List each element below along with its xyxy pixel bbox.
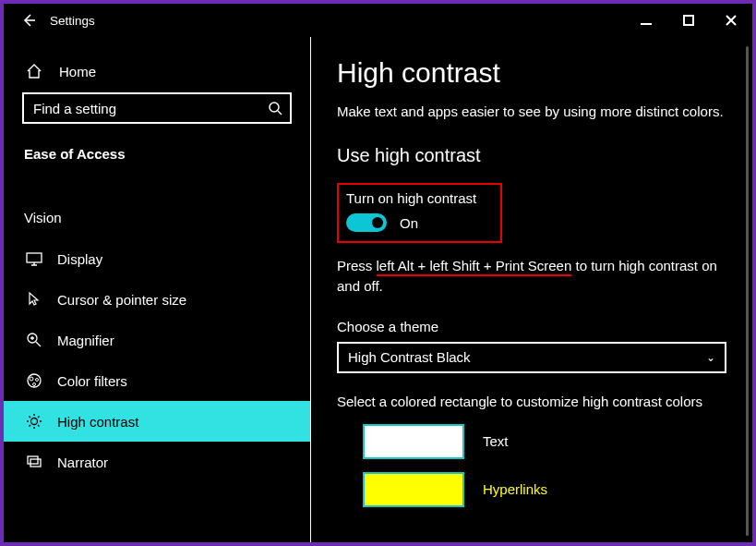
svg-point-8	[33, 383, 36, 386]
sun-icon	[24, 413, 44, 430]
color-filters-icon	[24, 372, 44, 389]
sidebar: Home Ease of Access Vision Display	[4, 37, 311, 542]
narrator-icon	[24, 454, 44, 470]
search-field[interactable]	[33, 101, 268, 116]
content: High contrast Make text and apps easier …	[311, 37, 752, 542]
svg-rect-1	[684, 16, 693, 25]
body: Home Ease of Access Vision Display	[4, 37, 752, 542]
swatch-row-hyperlinks: Hyperlinks	[337, 472, 726, 507]
monitor-icon	[24, 250, 44, 267]
sidebar-item-label: Color filters	[57, 373, 127, 389]
sidebar-item-narrator[interactable]: Narrator	[4, 442, 310, 482]
toggle-knob	[372, 217, 383, 228]
theme-value: High Contrast Black	[348, 349, 471, 365]
search-input[interactable]	[22, 92, 292, 124]
home-button[interactable]: Home	[4, 55, 310, 92]
svg-point-2	[270, 103, 279, 112]
home-icon	[26, 63, 46, 79]
section-heading: Use high contrast	[337, 145, 726, 166]
toggle-highlight: Turn on high contrast On	[337, 183, 502, 243]
customize-label: Select a colored rectangle to customize …	[337, 394, 726, 409]
page-title: High contrast	[337, 57, 726, 89]
svg-point-9	[31, 419, 38, 425]
theme-label: Choose a theme	[337, 319, 726, 334]
toggle-row: On	[346, 213, 476, 232]
sidebar-item-label: Display	[57, 251, 102, 267]
hint-pre: Press	[337, 258, 377, 273]
minimize-button[interactable]	[625, 5, 667, 36]
sidebar-item-label: Magnifier	[57, 333, 114, 348]
sidebar-item-label: Narrator	[57, 455, 108, 470]
svg-rect-11	[30, 459, 41, 467]
titlebar: Settings	[4, 4, 752, 37]
swatch-hyperlinks[interactable]	[363, 472, 464, 507]
shortcut-hint: Press left Alt + left Shift + Print Scre…	[337, 256, 726, 297]
maximize-button[interactable]	[667, 5, 710, 36]
toggle-label: Turn on high contrast	[346, 190, 476, 206]
swatch-row-text: Text	[337, 424, 726, 459]
swatch-label: Hyperlinks	[483, 481, 547, 497]
svg-rect-0	[641, 23, 652, 25]
hint-underline: left Alt + left Shift + Print Screen	[377, 258, 572, 276]
close-button[interactable]	[710, 5, 752, 36]
swatch-label: Text	[483, 433, 509, 449]
swatch-text[interactable]	[363, 424, 464, 459]
svg-point-6	[30, 377, 33, 381]
sidebar-item-color-filters[interactable]: Color filters	[4, 360, 310, 401]
window-controls	[625, 5, 752, 36]
svg-point-5	[28, 374, 41, 387]
group-header: Vision	[4, 186, 310, 233]
section-header: Ease of Access	[4, 139, 310, 186]
cursor-icon	[24, 291, 44, 308]
settings-window: Settings Home Ease	[0, 0, 756, 546]
back-button[interactable]	[13, 5, 44, 36]
magnifier-icon	[24, 332, 44, 348]
home-label: Home	[59, 64, 96, 79]
toggle-state: On	[400, 215, 418, 231]
search-icon	[268, 101, 282, 115]
search-wrap	[4, 92, 310, 139]
theme-combo[interactable]: High Contrast Black ⌄	[337, 342, 726, 373]
page-lead: Make text and apps easier to see by usin…	[337, 103, 726, 119]
nav: Display Cursor & pointer size Magnifier …	[4, 238, 310, 482]
high-contrast-toggle[interactable]	[346, 213, 387, 232]
chevron-down-icon: ⌄	[706, 351, 715, 364]
sidebar-item-cursor[interactable]: Cursor & pointer size	[4, 279, 310, 320]
svg-rect-3	[27, 253, 42, 262]
scrollbar[interactable]	[746, 46, 749, 536]
sidebar-item-display[interactable]: Display	[4, 238, 310, 279]
window-title: Settings	[50, 14, 95, 28]
sidebar-item-magnifier[interactable]: Magnifier	[4, 320, 310, 360]
sidebar-item-label: High contrast	[57, 414, 138, 430]
svg-point-7	[36, 379, 39, 382]
sidebar-item-label: Cursor & pointer size	[57, 292, 186, 308]
sidebar-item-high-contrast[interactable]: High contrast	[4, 401, 310, 442]
svg-rect-10	[28, 456, 38, 464]
